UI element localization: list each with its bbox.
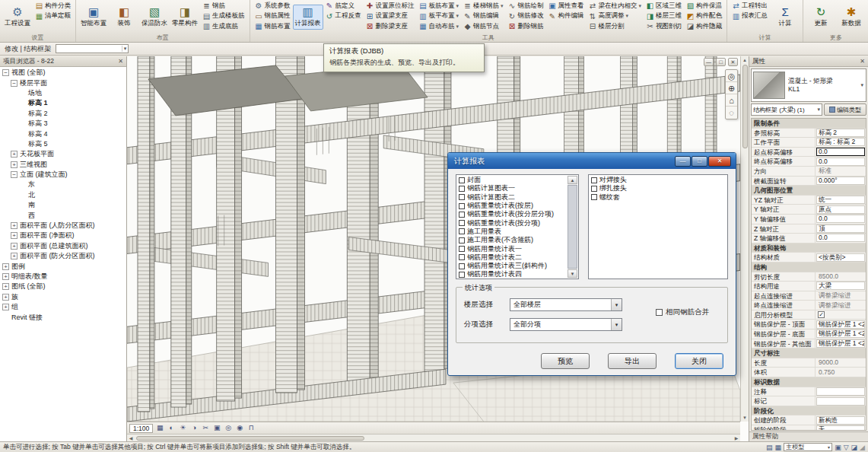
ribbon-button[interactable]: ✱新数据 (836, 5, 866, 29)
select-toggle-icon[interactable]: ◪ (851, 444, 858, 451)
scroll-down-icon[interactable]: ▼ (741, 414, 749, 422)
ribbon-button[interactable]: ◨楼层三维 (644, 11, 684, 22)
constraints-icon[interactable]: ⊓ (246, 423, 256, 433)
filter-icon[interactable]: ▽ (844, 444, 849, 451)
ribbon-button[interactable]: ▭钢筋属性 (253, 11, 293, 22)
tree-expander-icon[interactable]: + (2, 304, 9, 310)
home-icon[interactable]: ⌂ (726, 94, 737, 107)
report-list-item[interactable]: 钢筋用量统计表三(斜构件) (457, 262, 568, 270)
property-section-header[interactable]: 标识数据 (752, 377, 866, 387)
property-section-header[interactable]: 几何图形位置 (752, 186, 866, 196)
properties-help-link[interactable]: 属性帮助 (752, 432, 778, 441)
scroll-left-icon[interactable]: ◀ (127, 434, 135, 442)
tree-item[interactable]: −视图 (全部) (0, 68, 126, 78)
joint-list-item[interactable]: 对焊接头 (590, 176, 727, 184)
ribbon-button[interactable]: ▦清单定额 (33, 11, 73, 22)
tree-expander-icon[interactable]: − (2, 69, 9, 76)
tree-expander-icon[interactable]: + (11, 253, 17, 259)
vertical-scrollbar[interactable]: ▲ ▼ (740, 56, 749, 422)
tree-expander-icon[interactable]: + (11, 243, 17, 250)
property-value-field[interactable]: 钢筋保护层 1 <2 (816, 320, 865, 329)
property-value-field[interactable]: 8500.0 (816, 272, 865, 281)
tree-expander-icon[interactable]: + (2, 294, 9, 301)
property-value-field[interactable]: 标准 (816, 167, 865, 175)
preview-button[interactable]: 预览 (541, 353, 590, 369)
checkbox-icon[interactable] (459, 212, 465, 218)
edit-type-button[interactable]: 编辑类型 (824, 103, 866, 116)
instances-combo[interactable]: 结构框架 (大梁) (1) ▾ (751, 103, 822, 116)
tree-item[interactable]: +面积平面 (总建筑面积) (0, 241, 126, 251)
ribbon-button[interactable]: ◆钢筋节点 (461, 21, 506, 32)
ribbon-button[interactable]: ▥报表汇总 (730, 11, 770, 22)
property-section-header[interactable]: 材质和装饰 (752, 244, 866, 253)
checkbox-icon[interactable] (459, 237, 465, 244)
ribbon-button[interactable]: ⇄工程转出 (730, 1, 770, 11)
report-list-item[interactable]: 钢筋重量统计表(按分层分项) (457, 210, 568, 218)
ribbon-button[interactable]: ▣属性查看 (546, 1, 587, 11)
checkbox-checked-icon[interactable]: ✓ (818, 311, 825, 318)
tree-item[interactable]: +族 (0, 292, 126, 302)
ribbon-button[interactable]: ✂视图剖切 (644, 21, 684, 32)
checkbox-icon[interactable] (591, 177, 597, 183)
checkbox-icon[interactable] (459, 194, 465, 200)
tree-item[interactable]: +面积平面 (防火分区面积) (0, 251, 126, 261)
close-icon[interactable]: ✕ (118, 58, 123, 65)
editable-only-icon[interactable]: ▣ (835, 444, 841, 451)
ribbon-button[interactable]: ↻更新 (806, 5, 836, 29)
report-list-item[interactable]: 施工用量表 (457, 228, 568, 236)
checkbox-icon[interactable] (459, 186, 465, 192)
property-value-field[interactable]: 调整梁缩进 (816, 301, 865, 310)
checkbox-icon[interactable] (459, 228, 465, 234)
ribbon-button[interactable]: ⊠删除钢筋 (506, 21, 546, 32)
ribbon-button[interactable]: ◩构件配色 (684, 11, 724, 22)
tree-expander-icon[interactable]: − (11, 171, 17, 178)
scroll-down-icon[interactable]: ▼ (568, 269, 577, 278)
checkbox-icon[interactable] (459, 254, 465, 260)
close-icon[interactable]: ✕ (860, 58, 865, 65)
property-value-field[interactable]: 统一 (816, 196, 865, 204)
joint-list-item[interactable]: 螺纹套 (590, 193, 727, 202)
zoom-icon[interactable]: ⊕ (726, 82, 737, 94)
tree-item[interactable]: +三维视图 (0, 160, 126, 170)
ribbon-button[interactable]: ⊟楼层分割 (587, 21, 644, 32)
ribbon-button[interactable]: ↺工程反查 (323, 11, 364, 22)
ribbon-button[interactable]: ◧区域三维 (644, 1, 684, 11)
ribbon-button[interactable]: ▥板平布置▾ (417, 11, 462, 22)
crop-view-icon[interactable]: ✂ (200, 423, 211, 433)
property-value-field[interactable]: 调整梁缩进 (816, 291, 865, 300)
report-list-item[interactable]: 钢筋重量统计表(按层) (457, 202, 568, 210)
ribbon-button[interactable]: ⊞设置梁支座 (364, 11, 417, 22)
ribbon-button[interactable]: ◪构件隐藏 (684, 21, 724, 32)
tree-expander-icon[interactable]: + (11, 151, 17, 158)
tree-item[interactable]: +面积平面 (人防分区面积) (0, 221, 126, 231)
minimize-button[interactable]: — (675, 156, 691, 167)
property-section-header[interactable]: 阶段化 (752, 406, 866, 416)
tree-item[interactable]: 场地 (0, 88, 126, 98)
property-section-header[interactable]: 限制条件 (752, 119, 866, 129)
property-section-header[interactable]: 结构 (752, 263, 866, 272)
tree-item[interactable]: +天花板平面 (0, 149, 126, 159)
report-list-item[interactable]: 钢筋用量统计表一 (457, 244, 568, 253)
property-value-field[interactable]: 钢筋保护层 1 <2 (816, 339, 865, 348)
property-value-field[interactable]: 顶 (816, 224, 865, 233)
report-list-item[interactable]: 钢筋用量统计表二 (457, 253, 568, 262)
floor-select-combo[interactable]: 全部楼层 ▾ (510, 298, 622, 311)
temporary-hide-icon[interactable]: ◎ (223, 423, 234, 433)
ribbon-button[interactable]: ▤构件分类 (33, 1, 73, 11)
scroll-up-icon[interactable]: ▲ (741, 56, 749, 64)
joint-list-item[interactable]: 绑扎接头 (590, 184, 727, 193)
checkbox-icon[interactable] (459, 272, 465, 278)
property-value-field[interactable]: 0.0 (816, 215, 865, 223)
property-value-field[interactable]: 0.0 (816, 148, 865, 156)
checkbox-icon[interactable] (591, 194, 597, 200)
tree-item[interactable]: 标高 5 (0, 139, 126, 149)
properties-titlebar[interactable]: 属性 ✕ (749, 56, 868, 67)
tree-item[interactable]: 北 (0, 190, 126, 200)
steering-wheel-icon[interactable]: ◎ (726, 70, 737, 82)
export-button[interactable]: 导出 (608, 353, 657, 369)
view-scale[interactable]: 1:100 (129, 424, 153, 433)
tree-item[interactable]: 西 (0, 210, 126, 220)
tree-expander-icon[interactable]: + (2, 283, 9, 290)
tree-expander-icon[interactable]: + (2, 263, 9, 270)
checkbox-icon[interactable] (459, 203, 465, 209)
